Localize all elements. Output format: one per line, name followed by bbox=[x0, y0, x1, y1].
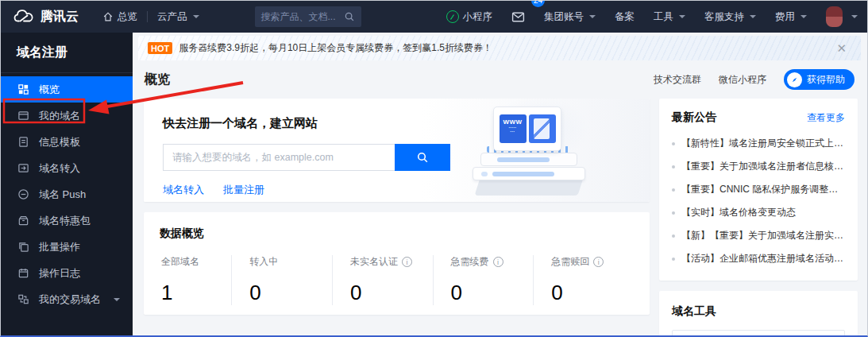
compass-icon bbox=[787, 72, 802, 87]
promo-banner: HOT 服务器续费3.9折起，每月10日上架会员专属续费券，签到赢1.5折续费券… bbox=[138, 36, 861, 60]
tencent-cloud-logo[interactable]: 腾讯云 bbox=[1, 9, 93, 25]
info-icon[interactable]: i bbox=[402, 257, 412, 267]
sidebar-item-batch-operations[interactable]: 批量操作 bbox=[1, 234, 133, 260]
bullet-dot bbox=[672, 211, 675, 215]
stat-all-domains: 全部域名 1 bbox=[160, 255, 231, 305]
bullet-dot bbox=[672, 142, 675, 145]
community-link[interactable]: 技术交流群 bbox=[654, 73, 701, 87]
nav-products-label: 云产品 bbox=[157, 10, 187, 24]
data-overview-card: 数据概览 全部域名 1 转入中 0 未实名认证 i bbox=[144, 212, 650, 315]
announcement-item[interactable]: 【新特性】域名注册局安全锁正式上线！ bbox=[672, 132, 845, 155]
page-title: 概览 bbox=[145, 72, 170, 88]
domain-search-button[interactable] bbox=[395, 144, 450, 171]
info-icon[interactable]: i bbox=[593, 257, 604, 267]
stat-value: 0 bbox=[451, 281, 534, 305]
mail-icon bbox=[511, 11, 525, 23]
stat-unverified: 未实名认证 i 0 bbox=[332, 255, 433, 305]
chevron-down-icon[interactable] bbox=[114, 298, 120, 301]
document-icon bbox=[17, 136, 30, 149]
sidebar-menu: 概览 我的域名 信息模板 域名转入 bbox=[1, 73, 133, 312]
dashboard-grid-icon bbox=[17, 83, 30, 96]
stat-value: 0 bbox=[350, 281, 433, 305]
cloud-logo-icon bbox=[14, 9, 34, 25]
chevron-down-icon bbox=[589, 15, 596, 18]
announcements-title: 最新公告 bbox=[672, 110, 716, 125]
bullet-dot bbox=[672, 234, 675, 238]
transfer-in-link[interactable]: 域名转入 bbox=[163, 183, 204, 197]
calendar-log-icon bbox=[17, 267, 30, 280]
bullet-dot bbox=[672, 165, 675, 168]
get-help-button[interactable]: 获得帮助 bbox=[784, 69, 854, 90]
nav-overview[interactable]: 总览 bbox=[93, 1, 147, 33]
tencent-cloud-console: 腾讯云 总览 云产品 搜索产品、文档... 小程序 24 bbox=[0, 0, 868, 337]
search-icon bbox=[416, 151, 429, 164]
chevron-down-icon bbox=[193, 15, 199, 18]
menu-group-account[interactable]: 集团账号 bbox=[534, 1, 605, 33]
copy-stack-icon bbox=[17, 241, 30, 254]
sidebar: 域名注册 概览 我的域名 信息模板 bbox=[1, 33, 133, 335]
register-domain-card: WWW▪▪▪▪▪▪▪▪ 快去注册一个域名，建立网站 bbox=[144, 99, 650, 202]
home-icon bbox=[102, 11, 114, 22]
chevron-down-icon bbox=[679, 15, 685, 18]
sidebar-item-info-template[interactable]: 信息模板 bbox=[1, 129, 133, 155]
sidebar-item-transfer-in[interactable]: 域名转入 bbox=[1, 155, 133, 181]
stat-redeem-urgent: 急需赎回 i 0 bbox=[533, 255, 634, 305]
mini-program-icon bbox=[446, 10, 459, 23]
promo-text: 服务器续费3.9折起，每月10日上架会员专属续费券，签到赢1.5折续费券！ bbox=[179, 41, 492, 55]
menu-icp-filing[interactable]: 备案 bbox=[605, 1, 644, 33]
stat-renewal-urgent: 急需续费 i 0 bbox=[433, 255, 534, 305]
nav-overview-label: 总览 bbox=[118, 10, 137, 24]
sidebar-item-domain-package[interactable]: 域名特惠包 bbox=[1, 207, 133, 234]
wechat-miniprogram-link[interactable]: 微信小程序 bbox=[719, 73, 766, 87]
nav-cloud-products[interactable]: 云产品 bbox=[148, 1, 209, 33]
menu-tools[interactable]: 工具 bbox=[644, 1, 695, 33]
transfer-in-icon bbox=[17, 162, 30, 175]
page-header: 概览 技术交流群 微信小程序 获得帮助 bbox=[133, 60, 867, 97]
announcement-item[interactable]: 【实时】域名价格变更动态 bbox=[672, 201, 845, 224]
sidebar-item-my-domains[interactable]: 我的域名 bbox=[1, 103, 133, 129]
search-icon bbox=[344, 11, 355, 22]
close-icon[interactable]: ✕ bbox=[831, 41, 851, 56]
sidebar-title: 域名注册 bbox=[1, 33, 133, 73]
announcement-item[interactable]: 【重要】关于加强域名注册者信息核验要... bbox=[672, 155, 845, 178]
mini-program-entry[interactable]: 小程序 bbox=[437, 1, 503, 33]
sidebar-item-domain-push[interactable]: 域名 Push bbox=[1, 181, 133, 207]
announcement-item[interactable]: 【新】【重要】关于加强域名注册实名核... bbox=[672, 224, 845, 247]
global-search-input[interactable]: 搜索产品、文档... bbox=[255, 6, 361, 27]
messages-button[interactable]: 24 bbox=[502, 1, 534, 33]
view-more-link[interactable]: 查看更多 bbox=[807, 111, 845, 125]
hot-badge: HOT bbox=[148, 42, 172, 54]
brand-name: 腾讯云 bbox=[41, 9, 79, 25]
stat-transferring: 转入中 0 bbox=[231, 255, 332, 305]
domain-tools-card: 域名工具 WHOIS查询 bbox=[659, 291, 858, 335]
register-card-title: 快去注册一个域名，建立网站 bbox=[163, 116, 631, 131]
menu-support[interactable]: 客服支持 bbox=[695, 1, 766, 33]
top-navbar: 腾讯云 总览 云产品 搜索产品、文档... 小程序 24 bbox=[1, 1, 867, 33]
main-content: HOT 服务器续费3.9折起，每月10日上架会员专属续费券，签到赢1.5折续费券… bbox=[133, 33, 867, 335]
bullet-dot bbox=[672, 258, 675, 261]
avatar bbox=[826, 6, 843, 27]
whois-tool-button[interactable]: WHOIS查询 bbox=[672, 330, 845, 335]
announcement-item[interactable]: 【活动】企业邮箱优惠注册域名活动上线！ bbox=[672, 247, 845, 270]
tools-card-title: 域名工具 bbox=[672, 304, 845, 319]
stat-value: 1 bbox=[161, 281, 231, 305]
stats-card-title: 数据概览 bbox=[160, 227, 634, 241]
batch-register-link[interactable]: 批量注册 bbox=[223, 183, 264, 197]
account-avatar-menu[interactable] bbox=[816, 1, 867, 33]
domain-search-input[interactable] bbox=[163, 144, 395, 171]
menu-billing[interactable]: 费用 bbox=[766, 1, 816, 33]
circle-minus-icon bbox=[17, 188, 30, 201]
search-placeholder: 搜索产品、文档... bbox=[261, 10, 344, 24]
announcement-item[interactable]: 【重要】CNNIC 隐私保护服务调整通知 bbox=[672, 178, 845, 201]
chevron-down-icon bbox=[851, 15, 858, 18]
bullet-dot bbox=[672, 188, 675, 192]
topbar-right: 小程序 24 集团账号 备案 工具 客服支持 费用 bbox=[437, 1, 868, 33]
browser-window-icon bbox=[17, 110, 30, 122]
chevron-down-icon bbox=[750, 15, 756, 18]
sidebar-item-trade-domains[interactable]: 我的交易域名 bbox=[1, 286, 133, 312]
info-icon[interactable]: i bbox=[493, 257, 503, 267]
sidebar-item-operation-logs[interactable]: 操作日志 bbox=[1, 260, 133, 286]
mini-program-label: 小程序 bbox=[463, 10, 493, 24]
sidebar-item-overview[interactable]: 概览 bbox=[1, 76, 133, 103]
stat-value: 0 bbox=[551, 281, 634, 305]
